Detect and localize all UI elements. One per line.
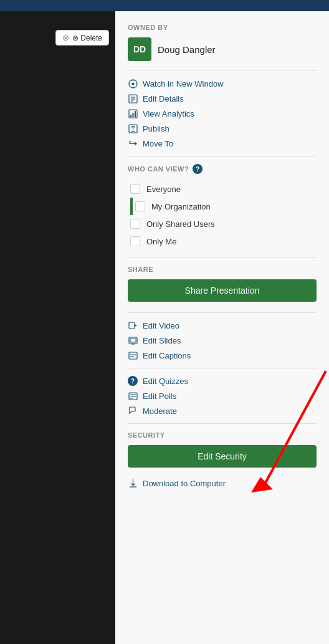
edit-quizzes-label: Edit Quizzes: [143, 377, 188, 386]
radio-everyone-input[interactable]: [130, 184, 140, 194]
edit-details-icon: [128, 94, 138, 103]
captions-icon: [128, 350, 138, 360]
who-can-view-header: WHO CAN VIEW? ?: [128, 164, 317, 174]
radio-everyone[interactable]: Everyone: [128, 180, 317, 198]
watch-link[interactable]: Watch in New Window: [128, 79, 317, 89]
radio-my-org[interactable]: My Organization: [128, 198, 317, 215]
avatar: DD: [128, 37, 151, 61]
top-bar: [0, 0, 329, 11]
publish-icon: [128, 123, 138, 133]
delete-label: ⊗ Delete: [72, 34, 102, 42]
divider-5: [128, 368, 317, 368]
divider-1: [128, 70, 317, 71]
move-to-label: Move To: [143, 139, 173, 148]
edit-captions-link[interactable]: Edit Captions: [128, 350, 317, 360]
radio-only-me[interactable]: Only Me: [128, 233, 317, 250]
radio-my-org-label: My Organization: [151, 202, 211, 211]
owner-row: DD Doug Dangler: [128, 37, 317, 61]
delete-icon: ⊗: [62, 33, 69, 42]
who-can-view-label: WHO CAN VIEW?: [128, 165, 189, 173]
edit-slides-label: Edit Slides: [143, 336, 181, 345]
edit-quizzes-link[interactable]: ? Edit Quizzes: [128, 376, 317, 386]
radio-shared-input[interactable]: [130, 219, 140, 229]
interactive-links: ? Edit Quizzes Edit Polls: [128, 376, 317, 416]
edit-details-label: Edit Details: [143, 94, 184, 103]
delete-button[interactable]: ⊗ ⊗ Delete: [55, 30, 109, 46]
polls-icon: [128, 391, 138, 401]
quiz-icon: ?: [128, 376, 138, 386]
action-links: Watch in New Window Edit Details: [128, 79, 317, 148]
watch-icon: [128, 79, 138, 89]
publish-label: Publish: [143, 124, 169, 133]
analytics-label: View Analytics: [143, 109, 194, 118]
radio-shared[interactable]: Only Shared Users: [128, 215, 317, 233]
share-label: SHARE: [128, 266, 317, 273]
security-label: SECURITY: [128, 431, 317, 439]
edit-details-link[interactable]: Edit Details: [128, 94, 317, 103]
edit-links: Edit Video Edit Slides: [128, 320, 317, 360]
quiz-q-icon: ?: [128, 376, 138, 386]
radio-options: Everyone My Organization Only Shared Use…: [128, 180, 317, 250]
radio-only-me-input[interactable]: [130, 236, 140, 246]
edit-video-label: Edit Video: [143, 321, 179, 330]
moderate-link[interactable]: Moderate: [128, 406, 317, 416]
radio-everyone-label: Everyone: [146, 185, 181, 194]
help-icon[interactable]: ?: [193, 164, 203, 174]
divider-4: [128, 312, 317, 313]
selected-bar: [130, 198, 133, 215]
moderate-label: Moderate: [143, 406, 177, 416]
svg-point-1: [131, 82, 134, 85]
moderate-icon: [128, 406, 138, 416]
watch-label: Watch in New Window: [143, 79, 224, 89]
edit-slides-link[interactable]: Edit Slides: [128, 335, 317, 345]
move-icon: [128, 138, 138, 148]
publish-link[interactable]: Publish: [128, 123, 317, 133]
share-button[interactable]: Share Presentation: [128, 279, 317, 302]
video-icon: [128, 320, 138, 330]
svg-rect-10: [132, 113, 133, 117]
edit-polls-link[interactable]: Edit Polls: [128, 391, 317, 401]
divider-3: [128, 257, 317, 258]
radio-my-org-input[interactable]: [135, 201, 145, 211]
right-panel: OWNED BY DD Doug Dangler Watch in New Wi…: [115, 11, 329, 644]
radio-only-me-label: Only Me: [146, 237, 176, 246]
edit-security-button[interactable]: Edit Security: [128, 445, 317, 468]
download-icon: [128, 478, 138, 488]
owner-name: Doug Dangler: [158, 44, 216, 55]
svg-rect-18: [130, 339, 136, 342]
divider-2: [128, 156, 317, 156]
owned-by-label: OWNED BY: [128, 24, 317, 31]
download-label: Download to Computer: [143, 479, 226, 488]
divider-6: [128, 423, 317, 424]
svg-marker-16: [135, 324, 137, 327]
svg-rect-15: [129, 322, 135, 329]
svg-rect-9: [130, 115, 131, 117]
svg-rect-11: [135, 111, 136, 117]
analytics-link[interactable]: View Analytics: [128, 108, 317, 118]
move-to-link[interactable]: Move To: [128, 138, 317, 148]
svg-rect-20: [129, 352, 137, 359]
radio-shared-label: Only Shared Users: [146, 219, 215, 229]
edit-video-link[interactable]: Edit Video: [128, 320, 317, 330]
analytics-icon: [128, 108, 138, 118]
slides-icon: [128, 335, 138, 345]
download-link[interactable]: Download to Computer: [128, 478, 317, 488]
left-panel: ⊗ ⊗ Delete: [0, 11, 115, 644]
edit-captions-label: Edit Captions: [143, 351, 191, 360]
edit-polls-label: Edit Polls: [143, 392, 176, 401]
